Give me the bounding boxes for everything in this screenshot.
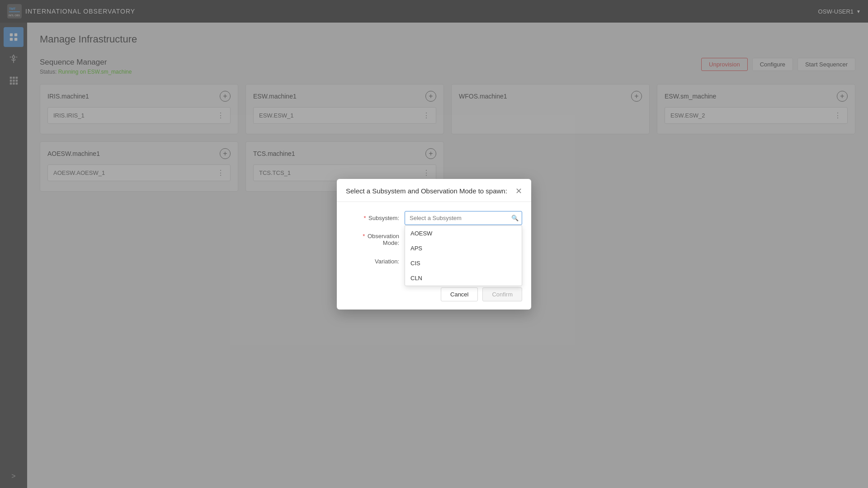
required-star-obs: * [363,233,365,239]
subsystem-field: 🔍 AOESW APS CIS CLN [405,211,522,225]
dropdown-item-aoesw[interactable]: AOESW [405,226,522,241]
required-star: * [363,215,366,221]
subsystem-dropdown: AOESW APS CIS CLN [405,225,522,286]
dropdown-item-cis[interactable]: CIS [405,256,522,271]
search-icon: 🔍 [511,215,519,221]
obs-mode-label: * Observation Mode: [346,233,405,246]
modal-overlay: Select a Subsystem and Observation Mode … [0,0,868,488]
spawn-modal: Select a Subsystem and Observation Mode … [337,179,531,310]
modal-body: * Subsystem: 🔍 AOESW APS CIS CLN [337,202,531,282]
subsystem-label: * Subsystem: [346,215,405,221]
dropdown-item-cln[interactable]: CLN [405,271,522,286]
variation-label: Variation: [346,258,405,265]
modal-header: Select a Subsystem and Observation Mode … [337,179,531,202]
modal-close-button[interactable]: ✕ [515,187,522,195]
subsystem-form-row: * Subsystem: 🔍 AOESW APS CIS CLN [346,211,522,225]
modal-title: Select a Subsystem and Observation Mode … [346,187,507,195]
modal-footer: Cancel Confirm [337,282,531,310]
confirm-button[interactable]: Confirm [482,287,522,301]
cancel-button[interactable]: Cancel [441,287,478,301]
dropdown-item-aps[interactable]: APS [405,241,522,256]
subsystem-input[interactable] [405,211,522,225]
